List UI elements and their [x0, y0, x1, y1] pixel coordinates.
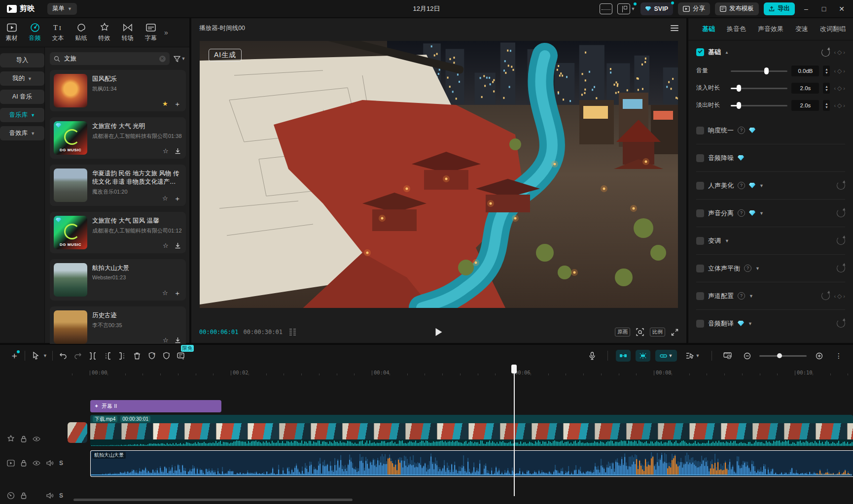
favorite-star-icon[interactable]: ☆	[163, 242, 169, 249]
reset-icon[interactable]	[837, 319, 845, 328]
mute-icon[interactable]	[46, 493, 53, 499]
mute-icon[interactable]	[46, 460, 53, 466]
keyframe-controls[interactable]: ‹◇›	[834, 49, 845, 56]
feature-checkbox[interactable]	[696, 127, 704, 134]
library-nav-AI 音乐[interactable]: AI 音乐	[0, 90, 44, 104]
feature-checkbox[interactable]	[696, 320, 704, 328]
close-button[interactable]: ✕	[835, 5, 848, 13]
trim-left-button[interactable]	[100, 349, 115, 362]
tab-音频[interactable]: 音频	[23, 23, 46, 42]
eye-icon[interactable]	[33, 437, 40, 441]
tab-素材[interactable]: 素材	[0, 23, 23, 42]
smart-crop-button[interactable]: AI	[144, 349, 159, 362]
reset-icon[interactable]	[821, 48, 830, 57]
layout-bottom-icon[interactable]	[600, 3, 612, 14]
feature-checkbox[interactable]	[696, 237, 704, 245]
reset-icon[interactable]	[837, 236, 845, 245]
timeline-render-button[interactable]	[720, 349, 735, 362]
feature-checkbox[interactable]	[696, 182, 704, 190]
library-nav-导入[interactable]: 导入	[0, 53, 44, 67]
zoom-in-button[interactable]	[812, 349, 826, 362]
keyframe-controls[interactable]: ‹◇›	[834, 293, 845, 300]
playhead-handle[interactable]	[511, 365, 517, 373]
fade-out-stepper[interactable]: ▲▼	[823, 100, 830, 111]
player-menu-icon[interactable]	[671, 24, 678, 33]
favorite-star-icon[interactable]: ☆	[163, 336, 169, 344]
search-input[interactable]	[63, 55, 156, 63]
fade-in-value[interactable]: 2.0s	[791, 83, 819, 94]
volume-stepper[interactable]: ▲▼	[823, 66, 830, 76]
filter-button[interactable]: ▼	[174, 56, 186, 62]
lock-icon[interactable]	[21, 460, 27, 467]
search-box[interactable]: ✕	[50, 52, 170, 65]
audio-clip-selected[interactable]: 航拍大山大景	[90, 450, 853, 477]
inspector-tab-声音效果[interactable]: 声音效果	[758, 25, 783, 34]
help-icon[interactable]: ?	[744, 265, 751, 272]
timeline-ruler[interactable]: 00:0000:0200:0400:0600:0800:10	[0, 367, 853, 376]
minimize-button[interactable]: –	[800, 5, 813, 13]
preview-quality-icon[interactable]	[289, 329, 296, 336]
inspector-tab-换音色[interactable]: 换音色	[727, 25, 746, 34]
fade-out-value[interactable]: 2.0s	[791, 100, 819, 111]
chevron-down-icon[interactable]: ▼	[748, 321, 752, 326]
main-track-magnet-toggle[interactable]	[616, 350, 631, 362]
solo-button[interactable]: S	[59, 460, 63, 467]
svip-button[interactable]: SVIP	[640, 2, 674, 15]
fullscreen-icon[interactable]	[671, 329, 678, 336]
reset-icon[interactable]	[837, 209, 845, 217]
play-button[interactable]	[436, 328, 442, 336]
clear-search-icon[interactable]: ✕	[159, 56, 166, 62]
chevron-down-icon[interactable]: ▼	[759, 211, 764, 216]
timeline-zoom-slider[interactable]	[759, 353, 807, 359]
video-clip[interactable]: 下载.mp4 00:00:30:01	[90, 415, 853, 446]
volume-slider[interactable]	[731, 67, 787, 74]
mask-button[interactable]	[159, 349, 174, 362]
favorite-star-icon[interactable]: ☆	[162, 195, 168, 202]
add-to-timeline-icon[interactable]: ＋	[174, 290, 181, 297]
basic-section-checkbox[interactable]	[696, 48, 704, 56]
eye-icon[interactable]	[33, 461, 40, 466]
export-button[interactable]: 导出	[764, 2, 795, 15]
inspector-tab-变速[interactable]: 变速	[795, 25, 808, 34]
music-list-item[interactable]: 文旅宣传 大气 光明成都潜在人工智能科技有限公司01:38☆	[50, 117, 186, 159]
chevron-down-icon[interactable]: ▼	[749, 294, 753, 299]
keyframe-controls[interactable]: ‹◇›	[834, 85, 845, 92]
maximize-button[interactable]: □	[817, 5, 830, 13]
favorite-star-icon[interactable]: ☆	[163, 147, 169, 155]
download-icon[interactable]	[175, 242, 181, 249]
tab-特效[interactable]: 特效	[93, 23, 116, 42]
download-icon[interactable]	[175, 148, 181, 154]
record-voiceover-button[interactable]	[585, 349, 600, 362]
fade-out-slider[interactable]	[731, 102, 787, 109]
music-list-item[interactable]: 历史古迹李不言00:35☆	[50, 306, 186, 348]
favorite-star-icon[interactable]: ★	[162, 100, 168, 107]
publish-template-button[interactable]: 发布模板	[715, 2, 759, 15]
library-nav-音乐库[interactable]: 音乐库▼	[0, 108, 44, 122]
preview-axis-button[interactable]: ▼	[682, 349, 704, 362]
keyframe-controls[interactable]: ‹◇›	[834, 102, 845, 109]
music-list-item[interactable]: 文旅宣传 大气 国风 温馨成都潜在人工智能科技有限公司01:12☆	[50, 212, 186, 253]
lock-icon[interactable]	[21, 436, 27, 442]
feature-checkbox[interactable]	[696, 265, 704, 272]
undo-button[interactable]	[56, 349, 71, 362]
timeline-scrollbar[interactable]	[73, 499, 353, 501]
favorite-star-icon[interactable]: ☆	[162, 289, 168, 297]
video-preview[interactable]: AI生成	[200, 41, 678, 308]
video-clip-thumbnail[interactable]	[68, 422, 87, 443]
select-tool-button[interactable]	[28, 349, 43, 362]
library-nav-我的[interactable]: 我的▼	[0, 71, 44, 86]
text-effect-clip[interactable]: ✦ 开幕 II	[90, 400, 221, 412]
more-options-button[interactable]: ⋮	[831, 349, 846, 362]
chevron-down-icon[interactable]: ▼	[755, 266, 760, 271]
help-icon[interactable]: ?	[738, 182, 745, 189]
ratio-button[interactable]: 比例	[650, 328, 665, 336]
music-list-item[interactable]: 国风配乐凯枫01:34★＋	[50, 70, 186, 111]
music-list-item[interactable]: 航拍大山大景Webster01:23☆＋	[50, 259, 186, 301]
chevron-down-icon[interactable]: ▼	[759, 183, 764, 188]
zoom-out-button[interactable]	[740, 349, 754, 362]
layout-panels-button[interactable]: ▼	[617, 3, 636, 14]
reset-icon[interactable]	[837, 181, 845, 190]
tab-贴纸[interactable]: 贴纸	[70, 23, 93, 42]
library-nav-音效库[interactable]: 音效库▼	[0, 126, 44, 140]
download-icon[interactable]	[175, 337, 181, 343]
